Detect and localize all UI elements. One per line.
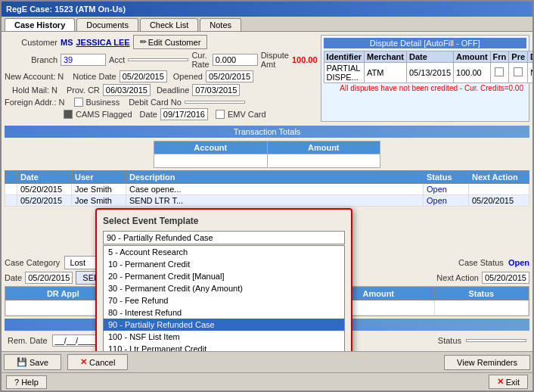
debit-card-no-value [185, 101, 245, 104]
account-table: Account Amount [154, 141, 380, 168]
row-description: SEND LTR T... [126, 195, 424, 207]
opened-value: 05/20/2015 [206, 70, 253, 82]
deadline-label: Deadline [157, 86, 189, 95]
prov-cr-value: 06/03/2015 [103, 84, 151, 96]
case-status-value: Open [508, 258, 529, 267]
transactions-table: Date User Description Status Next Action… [5, 170, 529, 207]
rem-date-label: Rem. Date [8, 336, 48, 345]
view-reminders-button[interactable]: View Reminders [444, 355, 530, 370]
status-value [466, 339, 526, 342]
cur-rate-label: Cur. Rate [191, 51, 209, 69]
cams-date-value: 09/17/2016 [160, 108, 208, 120]
row-date: 05/13/2015 [406, 63, 453, 83]
notice-date-label: Notice Date [73, 72, 116, 81]
th-date: Date [17, 171, 72, 184]
list-item[interactable]: 10 - Permanent Credit [104, 258, 344, 270]
status-label: Status [438, 336, 461, 345]
col-amount: Amount [454, 51, 491, 63]
transaction-totals-area: Account Amount [5, 141, 529, 168]
list-item[interactable]: 70 - Fee Refund [104, 294, 344, 306]
new-account-label: New Account: N [5, 72, 64, 81]
list-item[interactable]: 80 - Interest Refund [104, 306, 344, 319]
credits-message: All disputes have not been credited - Cu… [324, 83, 526, 93]
next-action-label: Next Action [436, 273, 479, 282]
tab-notes[interactable]: Notes [200, 18, 241, 31]
branch-label: Branch [5, 55, 57, 64]
dropdown-list: 5 - Account Research10 - Permanent Credi… [103, 245, 345, 351]
list-item[interactable]: 110 - Ltr Permanent Credit [104, 343, 344, 351]
main-content: Customer MS JESSICA LEE ✏ Edit Customer … [2, 32, 532, 351]
business-checkbox[interactable] [74, 98, 83, 107]
emv-card-checkbox[interactable] [216, 110, 225, 119]
emv-card-label: EMV Card [228, 110, 266, 119]
window-title: RegE Case: 1523 (ATM On-Us) [6, 5, 126, 14]
customer-label: Customer [5, 38, 57, 47]
row-frn[interactable] [490, 63, 509, 83]
cancel-icon: ✕ [80, 357, 87, 367]
event-template-select[interactable]: 90 - Partially Refunded Case [103, 231, 345, 244]
dispute-amt-label: Dispute Amt [261, 51, 289, 69]
case-category-label: Case Category [5, 258, 60, 267]
business-label: Business [86, 98, 120, 107]
col-amount: Amount [267, 142, 380, 154]
amount-value [267, 154, 380, 168]
row-date: 05/20/2015 [17, 195, 72, 207]
col-pre: Pre [509, 51, 528, 63]
col-merchant: Merchant [365, 51, 407, 63]
help-button[interactable]: ? Help [6, 375, 47, 389]
dispute-table: Identifier Merchant Date Amount Frn Pre … [324, 51, 532, 83]
row-status: Open [424, 195, 469, 207]
row-dr: N [528, 63, 532, 83]
notice-date-value: 05/20/2015 [120, 70, 167, 82]
prov-cr-label: Prov. CR [67, 86, 100, 95]
row-description: Case opene... [126, 184, 424, 195]
row-pre[interactable] [509, 63, 528, 83]
deadline-value: 07/03/2015 [192, 84, 240, 96]
exit-button[interactable]: ✕ Exit [489, 375, 528, 389]
next-action-value: 05/20/2015 [482, 272, 529, 284]
action-bar: 💾 Save ✕ Cancel View Reminders [2, 351, 532, 372]
col-dr-status: Status [434, 288, 528, 300]
tab-bar: Case History Documents Check List Notes [2, 17, 532, 32]
dispute-title: Dispute Detail [AutoFill - OFF] [324, 38, 526, 48]
case-status-label: Case Status [458, 258, 504, 267]
title-bar: RegE Case: 1523 (ATM On-Us) [2, 2, 532, 17]
th-status: Status [424, 171, 469, 184]
row-check [5, 184, 17, 195]
save-button[interactable]: 💾 Save [4, 354, 61, 370]
cams-flagged-label: CAMS Flagged [76, 110, 132, 119]
list-item[interactable]: 90 - Partially Refunded Case [104, 319, 344, 331]
acct-value [128, 58, 188, 61]
date-value: 05/20/2015 [25, 272, 73, 284]
table-row[interactable]: 05/20/2015 Joe Smith SEND LTR T... Open … [5, 195, 529, 207]
list-item[interactable]: 30 - Permanent Credit (Any Amount) [104, 282, 344, 294]
row-user: Joe Smith [72, 195, 126, 207]
table-row[interactable]: 05/20/2015 Joe Smith Case opene... Open [5, 184, 529, 195]
edit-customer-button[interactable]: ✏ Edit Customer [133, 35, 208, 49]
footer-bar: ? Help ✕ Exit [2, 372, 532, 390]
cams-flagged-checkbox[interactable] [64, 110, 73, 119]
select-event-template-modal: Select Event Template 90 - Partially Ref… [95, 208, 352, 351]
tab-case-history[interactable]: Case History [5, 18, 75, 31]
dispute-amt-value: 100.00 [292, 55, 318, 64]
cancel-button[interactable]: ✕ Cancel [67, 354, 128, 370]
row-amount: 100.00 [454, 63, 491, 83]
tab-documents[interactable]: Documents [76, 18, 138, 31]
exit-icon: ✕ [497, 377, 504, 387]
modal-select-wrapper: 90 - Partially Refunded Case [103, 231, 345, 244]
rem-date-value: __/__/____ [52, 334, 100, 347]
row-check [5, 195, 17, 207]
tab-check-list[interactable]: Check List [140, 18, 198, 31]
row-merchant: ATM [365, 63, 407, 83]
list-item[interactable]: 20 - Permanent Credit [Manual] [104, 270, 344, 282]
acct-label: Acct [109, 55, 125, 64]
branch-value: 39 [61, 54, 106, 66]
date-label: Date [5, 273, 22, 282]
cams-date-label: Date [140, 110, 157, 119]
list-item[interactable]: 5 - Account Research [104, 246, 344, 258]
row-date: 05/20/2015 [17, 184, 72, 195]
row-next-action [469, 184, 529, 195]
th-next-action: Next Action [469, 171, 529, 184]
top-section: Customer MS JESSICA LEE ✏ Edit Customer … [5, 35, 529, 122]
list-item[interactable]: 100 - NSF List Item [104, 331, 344, 343]
